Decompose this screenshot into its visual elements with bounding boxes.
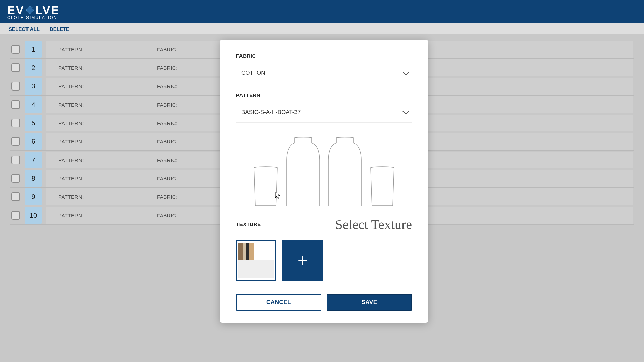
texture-thumbnail[interactable] — [236, 240, 276, 281]
select-all-button[interactable]: SELECT ALL — [9, 26, 40, 32]
cancel-button[interactable]: CANCEL — [236, 294, 321, 311]
fabric-select-value: COTTON — [241, 70, 265, 76]
row-fabric-label: FABRIC: — [157, 120, 178, 126]
pattern-piece-icon — [285, 136, 322, 208]
delete-button[interactable]: DELETE — [50, 26, 69, 32]
add-texture-button[interactable]: + — [282, 240, 323, 281]
row-number: 10 — [25, 207, 42, 224]
logo-subtitle: CLOTH SIMULATION — [7, 15, 60, 20]
gear-icon — [25, 5, 35, 15]
row-checkbox[interactable] — [11, 119, 20, 127]
row-number: 5 — [25, 115, 42, 131]
select-texture-heading: Select Texture — [335, 217, 412, 232]
app-header: EV LVE CLOTH SIMULATION — [0, 0, 644, 23]
pattern-select[interactable]: BASIC-S-A-H-BOAT-37 — [236, 104, 412, 123]
row-checkbox[interactable] — [11, 211, 20, 220]
save-button[interactable]: SAVE — [327, 294, 412, 311]
row-checkbox[interactable] — [11, 100, 20, 109]
row-pattern-label: PATTERN: — [46, 83, 157, 89]
row-fabric-label: FABRIC: — [157, 102, 178, 108]
logo-text-left: EV — [7, 4, 24, 17]
row-number: 7 — [25, 152, 42, 168]
pattern-section-label: PATTERN — [236, 92, 412, 98]
fabric-select[interactable]: COTTON — [236, 65, 412, 83]
row-pattern-label: PATTERN: — [46, 120, 157, 126]
row-fabric-label: FABRIC: — [157, 213, 178, 218]
row-pattern-label: PATTERN: — [46, 102, 157, 108]
pattern-piece-icon — [368, 165, 397, 208]
row-fabric-label: FABRIC: — [157, 47, 178, 52]
row-pattern-label: PATTERN: — [46, 213, 157, 218]
row-fabric-label: FABRIC: — [157, 194, 178, 200]
pattern-piece-icon — [326, 136, 363, 208]
row-pattern-label: PATTERN: — [46, 139, 157, 144]
row-number: 8 — [25, 170, 42, 187]
row-number: 9 — [25, 188, 42, 205]
plus-icon: + — [298, 250, 308, 270]
row-number: 2 — [25, 59, 42, 76]
pattern-preview — [236, 131, 412, 208]
texture-thumbnail-image — [238, 243, 274, 278]
edit-pattern-modal: FABRIC COTTON PATTERN BASIC-S-A-H-BOAT-3… — [220, 40, 428, 323]
row-pattern-label: PATTERN: — [46, 47, 157, 52]
row-checkbox[interactable] — [11, 45, 20, 54]
row-checkbox[interactable] — [11, 137, 20, 146]
row-number: 3 — [25, 78, 42, 95]
logo-text-right: LVE — [35, 4, 60, 17]
row-pattern-label: PATTERN: — [46, 176, 157, 181]
row-fabric-label: FABRIC: — [157, 176, 178, 181]
row-checkbox[interactable] — [11, 156, 20, 164]
row-checkbox[interactable] — [11, 63, 20, 72]
app-logo: EV LVE CLOTH SIMULATION — [7, 4, 60, 20]
chevron-down-icon — [402, 108, 409, 115]
row-pattern-label: PATTERN: — [46, 157, 157, 163]
fabric-section-label: FABRIC — [236, 53, 412, 59]
row-checkbox[interactable] — [11, 174, 20, 183]
row-fabric-label: FABRIC: — [157, 83, 178, 89]
row-checkbox[interactable] — [11, 82, 20, 90]
row-number: 4 — [25, 96, 42, 113]
pattern-select-value: BASIC-S-A-H-BOAT-37 — [241, 109, 301, 116]
row-fabric-label: FABRIC: — [157, 139, 178, 144]
texture-section-label: TEXTURE — [236, 221, 261, 227]
row-checkbox[interactable] — [11, 192, 20, 201]
row-number: 1 — [25, 41, 42, 58]
row-fabric-label: FABRIC: — [157, 157, 178, 163]
row-pattern-label: PATTERN: — [46, 65, 157, 71]
toolbar: SELECT ALL DELETE — [0, 23, 644, 34]
chevron-down-icon — [402, 69, 409, 75]
row-number: 6 — [25, 133, 42, 150]
row-pattern-label: PATTERN: — [46, 194, 157, 200]
row-fabric-label: FABRIC: — [157, 65, 178, 71]
pattern-piece-icon — [251, 165, 280, 208]
